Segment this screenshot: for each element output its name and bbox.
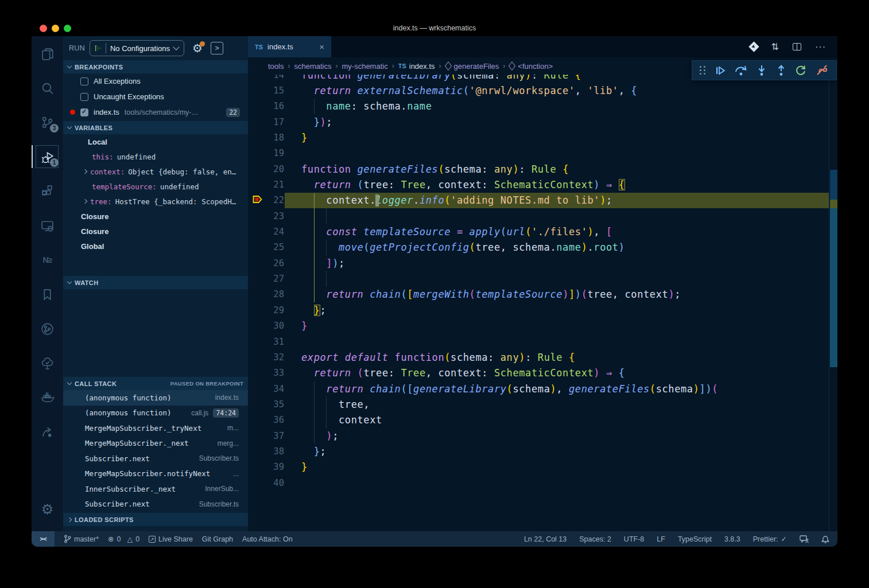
call-stack-frame[interactable]: Subscriber.nextSubscriber.ts (63, 451, 248, 466)
zoom-window-button[interactable] (64, 25, 71, 32)
editor-gutter[interactable]: 38 (248, 443, 301, 459)
editor-gutter[interactable]: 18 (248, 130, 301, 145)
activity-bar-bookmarks[interactable] (32, 277, 63, 311)
activity-bar-explorer[interactable] (32, 36, 63, 71)
editor-gutter[interactable]: 32 (248, 349, 301, 365)
language-mode-item[interactable]: TypeScript (678, 535, 712, 543)
breakpoint-checkbox[interactable] (80, 77, 88, 85)
restart-button[interactable] (794, 64, 807, 77)
call-stack-frame[interactable]: (anonymous function)call.js74:24 (63, 406, 248, 421)
git-branch-item[interactable]: master* (64, 535, 99, 543)
call-stack-frame[interactable]: Subscriber.nextSubscriber.ts (63, 497, 248, 512)
continue-button[interactable] (714, 64, 727, 77)
editor-gutter[interactable]: 31 (248, 334, 301, 349)
notifications-item[interactable] (821, 535, 829, 543)
editor-gutter[interactable]: 30 (248, 318, 301, 334)
variable-row[interactable]: tree:HostTree {_backend: ScopedH… (63, 194, 248, 209)
activity-bar-todo-tree[interactable] (32, 346, 63, 380)
breadcrumb-item[interactable]: tools (268, 62, 284, 71)
variable-row[interactable]: context:Object {debug: false, en… (63, 164, 248, 179)
prettier-item[interactable]: Prettier:✓ (753, 535, 787, 543)
editor-gutter[interactable]: 35 (248, 396, 301, 412)
tab-index-ts[interactable]: TS index.ts × (248, 36, 331, 57)
editor-gutter[interactable]: 39 (248, 460, 301, 475)
git-graph-item[interactable]: Git Graph (202, 535, 233, 543)
breadcrumb-item[interactable]: TSindex.ts (398, 62, 435, 71)
step-out-button[interactable] (775, 64, 787, 77)
breakpoint-row[interactable]: All Exceptions (63, 73, 248, 89)
drag-handle-icon[interactable] (700, 66, 706, 75)
variables-scope-local[interactable]: Local (63, 134, 248, 149)
breakpoint-checkbox[interactable] (80, 93, 88, 101)
variables-scope-closure[interactable]: Closure (63, 209, 248, 224)
activity-bar-remote-explorer[interactable] (32, 208, 63, 243)
cursor-position-item[interactable]: Ln 22, Col 13 (524, 535, 567, 543)
eol-item[interactable]: LF (657, 535, 665, 543)
call-stack-frame[interactable]: InnerSubscriber._nextInnerSub... (63, 481, 248, 497)
variables-section-header[interactable]: VARIABLES (63, 121, 248, 134)
editor-gutter[interactable]: 21 (248, 177, 301, 192)
step-into-button[interactable] (756, 64, 767, 77)
activity-bar-source-control[interactable]: 3 (32, 105, 63, 139)
minimize-window-button[interactable] (52, 25, 59, 32)
disconnect-button[interactable] (815, 64, 829, 77)
encoding-item[interactable]: UTF-8 (624, 535, 644, 543)
breadcrumb-item[interactable]: schematics (294, 62, 331, 71)
open-changes-icon[interactable] (748, 41, 759, 52)
scrollbar-decoration[interactable] (830, 170, 837, 200)
close-window-button[interactable] (40, 25, 47, 32)
activity-bar-settings[interactable]: ⚙ (32, 492, 63, 527)
editor-gutter[interactable]: 20 (248, 161, 301, 177)
indentation-item[interactable]: Spaces: 2 (579, 535, 611, 543)
feedback-item[interactable] (800, 535, 809, 543)
activity-bar-nx-console[interactable]: N≥ (32, 243, 63, 277)
activity-bar-search[interactable] (32, 71, 63, 105)
scrollbar-decoration[interactable] (830, 208, 837, 367)
editor-gutter[interactable]: 27 (248, 271, 301, 286)
variable-row[interactable]: this:undefined (63, 149, 248, 164)
remote-indicator[interactable]: >< (32, 531, 55, 547)
call-stack-frame[interactable]: (anonymous function)index.ts (63, 390, 248, 406)
editor-gutter[interactable]: 29 (248, 302, 301, 318)
auto-attach-item[interactable]: Auto Attach: On (242, 535, 293, 543)
editor-gutter[interactable]: 23 (248, 208, 301, 224)
editor-gutter[interactable]: 40 (248, 475, 301, 490)
editor-gutter[interactable]: 24 (248, 224, 301, 239)
live-share-item[interactable]: ↗ Live Share (149, 535, 193, 543)
activity-bar-share[interactable] (32, 415, 63, 449)
editor-gutter[interactable]: 34 (248, 381, 301, 396)
breadcrumb-item[interactable]: <function> (509, 62, 553, 71)
overview-ruler-scrollbar[interactable] (829, 75, 837, 531)
breakpoint-checkbox[interactable] (80, 108, 88, 116)
breadcrumb-item[interactable]: generateFiles (445, 62, 499, 71)
activity-bar-git-graph[interactable] (32, 311, 63, 346)
editor-gutter[interactable]: 16 (248, 99, 301, 114)
problems-item[interactable]: ⊗0 △0 (108, 535, 139, 543)
watch-section-header[interactable]: WATCH (63, 276, 248, 289)
compare-changes-icon[interactable]: ⇅ (771, 41, 779, 52)
typescript-version-item[interactable]: 3.8.3 (724, 535, 740, 543)
debug-settings-button[interactable]: ⚙ (192, 42, 203, 54)
start-debug-icon[interactable] (95, 45, 102, 52)
step-over-button[interactable] (734, 64, 748, 77)
editor-gutter[interactable]: 26 (248, 255, 301, 271)
call-stack-frame[interactable]: MergeMapSubscriber._nextmerg... (63, 436, 248, 451)
debug-console-button[interactable]: > (211, 42, 223, 54)
scrollbar-decoration[interactable] (830, 200, 837, 208)
editor-gutter[interactable]: 15 (248, 83, 301, 98)
editor-gutter[interactable]: 28 (248, 287, 301, 302)
editor-gutter[interactable]: 14 (248, 75, 301, 83)
activity-bar-run-debug[interactable]: 1 (32, 139, 63, 174)
activity-bar-docker[interactable] (32, 380, 63, 415)
variables-scope-closure[interactable]: Closure (63, 224, 248, 239)
editor-gutter[interactable]: 19 (248, 146, 301, 161)
call-stack-section-header[interactable]: CALL STACK PAUSED ON BREAKPOINT (63, 377, 248, 390)
activity-bar-extensions[interactable] (32, 174, 63, 208)
debug-configuration-dropdown[interactable]: No Configurations (90, 40, 184, 56)
call-stack-frame[interactable]: MergeMapSubscriber._tryNextm... (63, 420, 248, 436)
call-stack-frame[interactable]: MergeMapSubscriber.notifyNext... (63, 466, 248, 482)
split-editor-icon[interactable] (793, 43, 801, 50)
breakpoint-row[interactable]: index.tstools/schematics/my-sch...22 (63, 104, 248, 120)
editor-gutter[interactable]: 33 (248, 365, 301, 381)
code-editor[interactable]: 14function generateLibrary(schema: any):… (248, 75, 837, 531)
